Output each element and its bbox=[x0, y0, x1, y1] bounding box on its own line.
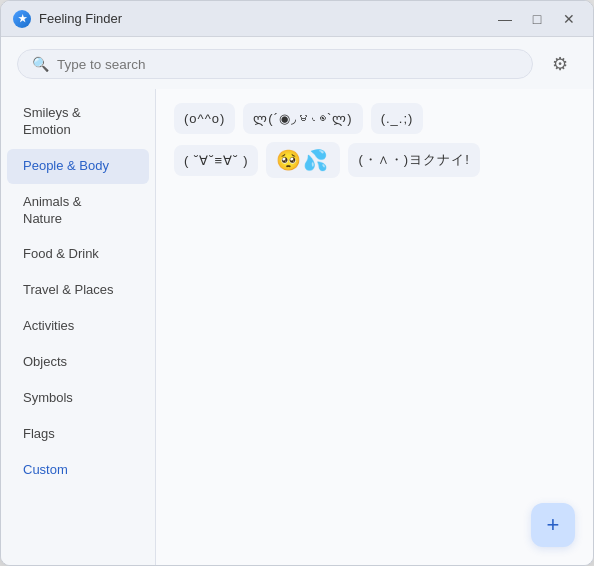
app-window: ★ Feeling Finder — □ ✕ 🔍 ⚙ Smileys &Emot… bbox=[0, 0, 594, 566]
window-controls: — □ ✕ bbox=[493, 7, 581, 31]
maximize-button[interactable]: □ bbox=[525, 7, 549, 31]
emoji-cell[interactable]: (・∧・)ヨクナイ! bbox=[348, 143, 479, 177]
sidebar-item-travel[interactable]: Travel & Places bbox=[7, 273, 149, 308]
minimize-button[interactable]: — bbox=[493, 7, 517, 31]
emoji-cell-icon[interactable]: 🥺💦 bbox=[266, 142, 340, 178]
sidebar-item-activities[interactable]: Activities bbox=[7, 309, 149, 344]
app-icon: ★ bbox=[13, 10, 31, 28]
close-button[interactable]: ✕ bbox=[557, 7, 581, 31]
sidebar-item-animals[interactable]: Animals &Nature bbox=[7, 185, 149, 237]
emoji-cell[interactable]: (._.;) bbox=[371, 103, 424, 134]
title-bar: ★ Feeling Finder — □ ✕ bbox=[1, 1, 593, 37]
main-content: Smileys &Emotion People & Body Animals &… bbox=[1, 89, 593, 565]
sidebar-item-symbols[interactable]: Symbols bbox=[7, 381, 149, 416]
sidebar-item-food[interactable]: Food & Drink bbox=[7, 237, 149, 272]
sidebar-item-people[interactable]: People & Body bbox=[7, 149, 149, 184]
emoji-cell[interactable]: ( ˘∀˘≡∀˘ ) bbox=[174, 145, 258, 176]
people-row: ( ˘∀˘≡∀˘ ) 🥺💦 (・∧・)ヨクナイ! bbox=[174, 142, 577, 178]
search-row: 🔍 ⚙ bbox=[1, 37, 593, 89]
emoji-cell[interactable]: ლ(´◉◞౪◟◉`ლ) bbox=[243, 103, 362, 134]
smileys-row: (o^^o) ლ(´◉◞౪◟◉`ლ) (._.;) bbox=[174, 103, 577, 134]
add-button[interactable]: + bbox=[531, 503, 575, 547]
emoji-cell[interactable]: (o^^o) bbox=[174, 103, 235, 134]
sidebar-item-custom[interactable]: Custom bbox=[7, 453, 149, 488]
settings-button[interactable]: ⚙ bbox=[543, 47, 577, 81]
search-input[interactable] bbox=[57, 57, 518, 72]
sidebar: Smileys &Emotion People & Body Animals &… bbox=[1, 89, 156, 565]
emoji-panel: (o^^o) ლ(´◉◞౪◟◉`ლ) (._.;) ( ˘∀˘≡∀˘ ) 🥺💦 … bbox=[156, 89, 593, 565]
search-icon: 🔍 bbox=[32, 56, 49, 72]
sidebar-item-flags[interactable]: Flags bbox=[7, 417, 149, 452]
app-title: Feeling Finder bbox=[39, 11, 493, 26]
sidebar-item-objects[interactable]: Objects bbox=[7, 345, 149, 380]
sidebar-item-smileys[interactable]: Smileys &Emotion bbox=[7, 96, 149, 148]
search-box: 🔍 bbox=[17, 49, 533, 79]
